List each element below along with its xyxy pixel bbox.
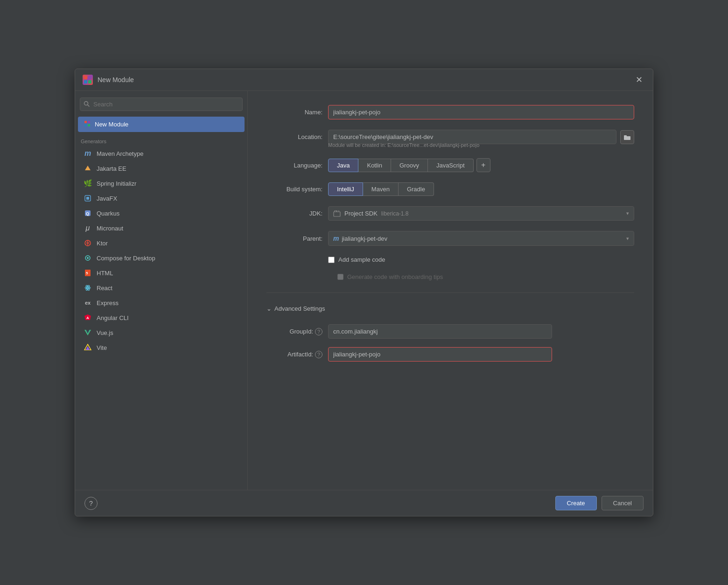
language-javascript-btn[interactable]: JavaScript <box>428 159 474 172</box>
search-input[interactable] <box>80 98 243 111</box>
quarkus-icon: Q <box>84 209 92 217</box>
svg-rect-6 <box>84 121 87 123</box>
sidebar-item-html[interactable]: 5 HTML <box>78 266 245 280</box>
advanced-settings-label: Advanced Settings <box>274 305 325 312</box>
dialog-title: New Module <box>98 76 134 84</box>
footer-buttons: Create Cancel <box>555 496 644 510</box>
name-input[interactable] <box>328 105 634 119</box>
maven-archetype-label: Maven Archetype <box>97 150 143 157</box>
maven-icon: m <box>84 149 92 158</box>
svg-line-5 <box>88 104 90 106</box>
vuejs-label: Vue.js <box>97 329 113 336</box>
sidebar-item-vuejs[interactable]: Vue.js <box>78 326 245 340</box>
groupid-row: GroupId: ? <box>266 324 634 339</box>
sidebar-item-jakarta-ee[interactable]: Jakarta EE <box>78 161 245 175</box>
cancel-button[interactable]: Cancel <box>602 496 644 510</box>
parent-value-left: m jialiangkj-pet-dev <box>333 235 387 242</box>
sidebar-item-quarkus[interactable]: Q Quarkus <box>78 206 245 220</box>
svg-rect-12 <box>86 197 89 200</box>
groupid-label: GroupId: ? <box>266 328 322 335</box>
ktor-icon <box>84 239 92 247</box>
svg-rect-8 <box>84 124 87 126</box>
jdk-value-left: Project SDK liberica-1.8 <box>333 210 409 217</box>
language-kotlin-btn[interactable]: Kotlin <box>358 159 391 172</box>
html-label: HTML <box>97 270 113 277</box>
jakarta-ee-label: Jakarta EE <box>97 165 126 172</box>
groupid-help-icon[interactable]: ? <box>315 328 322 335</box>
svg-rect-33 <box>624 136 630 140</box>
svg-rect-0 <box>84 76 87 79</box>
parent-dropdown[interactable]: m jialiangkj-pet-dev ▾ <box>328 231 634 246</box>
language-add-btn[interactable]: + <box>476 158 490 172</box>
name-row: Name: <box>266 105 634 119</box>
language-button-group: Java Kotlin Groovy JavaScript <box>328 159 474 172</box>
groupid-input[interactable] <box>328 324 552 339</box>
new-module-dialog: New Module ✕ <box>75 69 653 516</box>
generate-code-checkbox[interactable] <box>337 274 343 280</box>
svg-rect-3 <box>88 80 91 84</box>
jdk-chevron: ▾ <box>626 210 629 216</box>
location-hint: Module will be created in: E:\sourceTree… <box>328 142 634 148</box>
generators-label: Generators <box>75 135 247 146</box>
build-maven-btn[interactable]: Maven <box>363 182 399 196</box>
search-box <box>80 98 243 111</box>
browse-button[interactable] <box>620 130 634 144</box>
sidebar-item-micronaut[interactable]: μ Micronaut <box>78 221 245 235</box>
svg-rect-7 <box>88 121 90 123</box>
sidebar-item-ktor[interactable]: Ktor <box>78 236 245 250</box>
dialog-body: New Module Generators m Maven Archetype … <box>75 91 653 490</box>
language-groovy-btn[interactable]: Groovy <box>391 159 428 172</box>
help-button[interactable]: ? <box>84 497 98 510</box>
jdk-dropdown[interactable]: Project SDK liberica-1.8 ▾ <box>328 206 634 221</box>
sidebar-item-new-module[interactable]: New Module <box>78 117 245 132</box>
sidebar-item-javafx[interactable]: JavaFX <box>78 191 245 205</box>
sidebar-item-react[interactable]: React <box>78 281 245 295</box>
jdk-label: JDK: <box>266 210 322 217</box>
language-java-btn[interactable]: Java <box>328 159 358 172</box>
micronaut-label: Micronaut <box>97 225 123 232</box>
jdk-dim-value: liberica-1.8 <box>381 210 409 217</box>
spring-icon: 🌿 <box>84 179 92 188</box>
express-icon: ex <box>84 299 92 307</box>
artifactid-help-icon[interactable]: ? <box>315 351 322 358</box>
divider <box>266 292 634 293</box>
build-system-row: Build system: IntelliJ Maven Gradle <box>266 182 634 196</box>
angular-icon: A <box>84 313 92 322</box>
sidebar-item-spring[interactable]: 🌿 Spring Initializr <box>78 176 245 190</box>
svg-text:5: 5 <box>86 271 88 275</box>
location-label: Location: <box>266 133 322 140</box>
build-gradle-btn[interactable]: Gradle <box>399 182 434 196</box>
add-sample-checkbox[interactable] <box>328 257 335 263</box>
sidebar: New Module Generators m Maven Archetype … <box>75 91 248 490</box>
parent-row: Parent: m jialiangkj-pet-dev ▾ <box>266 231 634 246</box>
add-sample-label[interactable]: Add sample code <box>338 256 385 263</box>
app-icon <box>83 75 93 85</box>
new-module-icon <box>84 120 91 129</box>
svg-marker-10 <box>85 166 91 170</box>
create-button[interactable]: Create <box>555 496 597 510</box>
compose-icon <box>84 254 92 262</box>
sidebar-item-compose[interactable]: Compose for Desktop <box>78 251 245 265</box>
build-intellij-btn[interactable]: IntelliJ <box>328 182 363 196</box>
spring-label: Spring Initializr <box>97 180 136 187</box>
sidebar-item-express[interactable]: ex Express <box>78 296 245 310</box>
sidebar-item-angular[interactable]: A Angular CLI <box>78 311 245 325</box>
artifactid-row: ArtifactId: ? <box>266 347 634 362</box>
svg-rect-1 <box>88 76 91 79</box>
advanced-settings-header[interactable]: ⌄ Advanced Settings <box>266 305 634 312</box>
advanced-section: GroupId: ? ArtifactId: ? <box>266 322 634 362</box>
ktor-label: Ktor <box>97 240 108 247</box>
close-button[interactable]: ✕ <box>633 74 645 86</box>
language-label: Language: <box>266 162 322 169</box>
parent-value: jialiangkj-pet-dev <box>342 235 387 242</box>
artifactid-input[interactable] <box>328 347 552 362</box>
sidebar-item-vite[interactable]: Vite <box>78 341 245 355</box>
javafx-label: JavaFX <box>97 195 117 202</box>
quarkus-label: Quarkus <box>97 210 119 217</box>
parent-label: Parent: <box>266 235 322 242</box>
advanced-chevron-icon: ⌄ <box>266 305 272 312</box>
language-row: Language: Java Kotlin Groovy JavaScript … <box>266 158 634 172</box>
artifactid-label: ArtifactId: ? <box>266 351 322 358</box>
micronaut-icon: μ <box>84 224 92 232</box>
sidebar-item-maven-archetype[interactable]: m Maven Archetype <box>78 146 245 160</box>
